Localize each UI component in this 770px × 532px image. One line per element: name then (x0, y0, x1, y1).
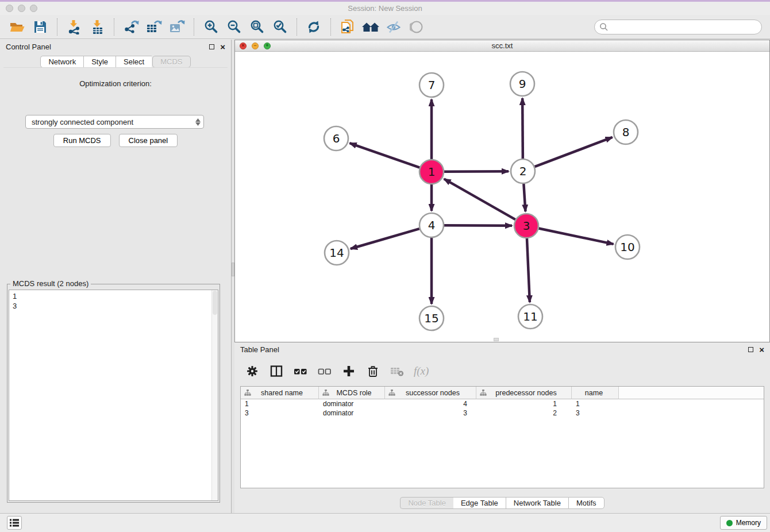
task-history-button[interactable] (7, 516, 22, 530)
table-row[interactable]: 1 dominator 4 1 1 (241, 399, 764, 408)
save-session-button[interactable] (29, 17, 52, 37)
tab-network-table[interactable]: Network Table (506, 497, 568, 509)
column-view-button[interactable] (269, 364, 284, 379)
export-table-button[interactable] (143, 17, 165, 37)
graph-node-label-1: 1 (428, 165, 436, 179)
graph-edge-2-3[interactable] (523, 184, 525, 211)
graph-edge-2-8[interactable] (535, 137, 613, 167)
cell-predecessor-nodes[interactable]: 2 (476, 409, 572, 417)
result-scrollbar[interactable] (211, 290, 218, 500)
memory-button[interactable]: Memory (720, 516, 767, 530)
first-neighbors-button[interactable] (359, 17, 382, 37)
export-image-icon (169, 20, 185, 34)
cell-successor-nodes[interactable]: 3 (385, 409, 476, 417)
refresh-icon (307, 20, 321, 34)
criterion-dropdown[interactable]: strongly connected component (25, 115, 204, 129)
network-document-icon (340, 19, 356, 35)
control-panel-header: Control Panel × (0, 40, 231, 53)
column-header-shared-name[interactable]: shared name (241, 387, 319, 399)
network-window-title: scc.txt (235, 41, 769, 50)
toolbar-separator (57, 18, 57, 36)
graph-edge-3-10[interactable] (539, 229, 614, 244)
graph-edge-2-9[interactable] (522, 98, 523, 159)
node-table[interactable]: shared name MCDS role successor nodes pr… (240, 386, 764, 488)
mcds-result-area[interactable]: 1 3 (9, 290, 218, 501)
session-title: Session: New Session (0, 4, 770, 13)
hide-selection-button[interactable] (382, 17, 405, 37)
graph-node-label-15: 15 (424, 311, 438, 325)
show-all-button[interactable] (405, 17, 428, 37)
graph-edge-1-6[interactable] (350, 143, 420, 167)
checked-boxes-icon (294, 365, 307, 377)
new-network-from-selection-button[interactable] (336, 17, 359, 37)
zoom-fit-button[interactable] (245, 17, 268, 37)
tab-style[interactable]: Style (83, 56, 116, 68)
export-network-button[interactable] (120, 17, 143, 37)
cell-name[interactable]: 3 (572, 409, 619, 417)
result-scrollbar-thumb[interactable] (213, 291, 217, 315)
close-panel-button[interactable]: Close panel (119, 134, 178, 147)
graph-edge-4-14[interactable] (351, 229, 419, 249)
cell-predecessor-nodes[interactable]: 1 (476, 400, 572, 408)
delete-table-button[interactable] (390, 364, 405, 379)
column-header-name[interactable]: name (572, 387, 619, 399)
graph-edge-3-11[interactable] (527, 238, 530, 302)
zoom-in-icon (204, 20, 218, 34)
column-header-successor-nodes[interactable]: successor nodes (385, 387, 476, 399)
zoom-in-button[interactable] (199, 17, 222, 37)
close-panel-icon[interactable]: × (220, 43, 225, 51)
control-panel: Control Panel × Network Style Select MCD… (0, 40, 232, 513)
tab-network[interactable]: Network (40, 56, 83, 68)
deselect-all-button[interactable] (317, 364, 332, 379)
apply-layout-button[interactable] (302, 17, 325, 37)
cell-successor-nodes[interactable]: 4 (385, 400, 476, 408)
cell-mcds-role[interactable]: dominator (319, 400, 385, 408)
search-icon (599, 22, 609, 32)
plus-icon (342, 365, 355, 377)
open-session-button[interactable] (6, 17, 29, 37)
graph-node-label-3: 3 (523, 219, 530, 233)
horizontal-splitter-handle[interactable] (494, 338, 499, 341)
export-image-button[interactable] (165, 17, 188, 37)
column-header-mcds-role[interactable]: MCDS role (319, 387, 385, 399)
tab-node-table[interactable]: Node Table (400, 497, 453, 509)
toolbar-separator (330, 18, 331, 36)
float-panel-icon[interactable] (209, 44, 214, 49)
select-all-button[interactable] (293, 364, 308, 379)
add-column-button[interactable] (341, 364, 356, 379)
table-row[interactable]: 3 dominator 3 2 3 (241, 408, 764, 418)
column-header-predecessor-nodes[interactable]: predecessor nodes (476, 387, 572, 399)
tab-mcds[interactable]: MCDS (152, 56, 190, 68)
run-mcds-button[interactable]: Run MCDS (53, 134, 111, 147)
search-input[interactable] (609, 22, 757, 31)
cell-name[interactable]: 1 (572, 400, 619, 408)
cell-mcds-role[interactable]: dominator (319, 409, 385, 417)
graph-node-label-14: 14 (329, 246, 344, 260)
tab-edge-table[interactable]: Edge Table (453, 497, 506, 509)
cell-shared-name[interactable]: 1 (241, 400, 319, 408)
cell-shared-name[interactable]: 3 (241, 409, 319, 417)
open-folder-icon (9, 20, 25, 34)
graph-edge-4-3[interactable] (444, 225, 512, 226)
mcds-result-title: MCDS result (2 nodes) (10, 279, 91, 288)
control-panel-tabs: Network Style Select MCDS (0, 56, 231, 68)
function-builder-button[interactable]: f(x) (414, 365, 429, 377)
network-graph[interactable]: 7968124314101511 (235, 52, 769, 342)
table-float-panel-icon[interactable] (748, 347, 753, 352)
import-network-button[interactable] (63, 17, 86, 37)
delete-column-button[interactable] (365, 364, 380, 379)
table-panel-header: Table Panel × (234, 342, 770, 356)
zoom-selected-button[interactable] (268, 17, 291, 37)
tab-motifs[interactable]: Motifs (568, 497, 605, 509)
tab-select[interactable]: Select (116, 56, 152, 68)
import-table-button[interactable] (86, 17, 109, 37)
network-canvas[interactable]: 7968124314101511 (235, 52, 769, 342)
zoom-out-button[interactable] (222, 17, 245, 37)
list-icon (9, 518, 20, 527)
graph-node-label-11: 11 (523, 310, 537, 323)
table-settings-button[interactable] (245, 364, 260, 379)
graph-edge-1-2[interactable] (444, 171, 509, 172)
table-close-panel-icon[interactable]: × (759, 345, 764, 354)
graph-edge-3-1[interactable] (444, 179, 515, 219)
zoom-fit-icon (250, 20, 264, 34)
